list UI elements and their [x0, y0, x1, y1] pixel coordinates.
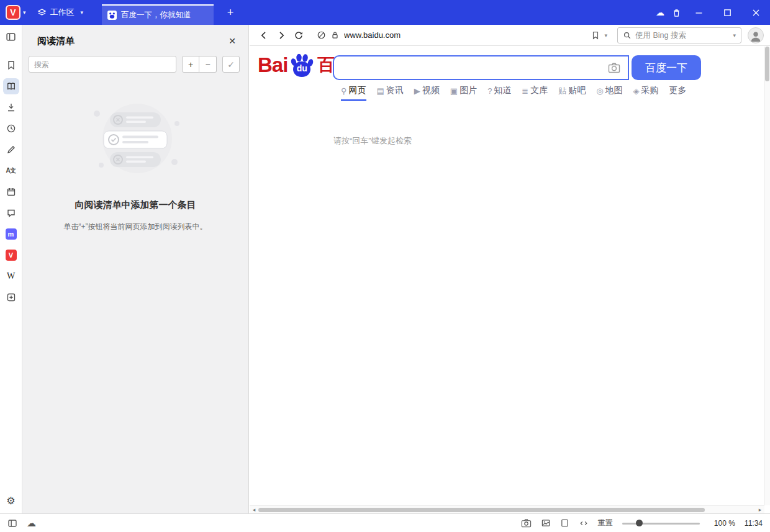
vivaldi-menu-caret-icon[interactable]: ▾ — [23, 9, 26, 16]
reading-list-panel: 阅读清单 ✕ + − ✓ — [22, 25, 249, 513]
zoom-slider-thumb[interactable] — [636, 520, 643, 526]
baidu-nav-label: 资讯 — [386, 85, 404, 96]
baidu-nav-map[interactable]: ◎地图 — [596, 85, 622, 101]
bookmark-caret-icon[interactable]: ▾ — [604, 32, 607, 38]
sidebar-item-notes[interactable] — [3, 142, 19, 158]
sidebar-item-translate[interactable]: A文 — [3, 163, 19, 179]
page-source-button[interactable] — [579, 519, 589, 528]
panel-toggle-button[interactable] — [3, 29, 19, 45]
baidu-nav-label: 视频 — [422, 85, 440, 96]
sidebar-item-wikipedia[interactable]: W — [3, 268, 19, 284]
camera-search-icon[interactable] — [608, 62, 620, 73]
baidu-nav-cart[interactable]: ◈采购 — [633, 85, 659, 101]
sidebar-item-vivaldi[interactable]: V — [3, 247, 19, 263]
baidu-nav-label: 地图 — [605, 85, 623, 96]
search-engine-caret-icon[interactable]: ▾ — [733, 32, 736, 38]
browser-main: ▾ ▾ Bai du 百度 — [250, 25, 770, 513]
zoom-level-label: 100 % — [709, 519, 735, 528]
statusbar-panel-toggle-button[interactable] — [7, 518, 17, 528]
baidu-nav-label: 采购 — [641, 85, 659, 96]
sync-cloud-icon[interactable]: ☁ — [652, 7, 668, 17]
sidebar-item-mastodon[interactable]: m — [3, 226, 19, 242]
forward-button[interactable] — [273, 27, 289, 43]
code-icon — [579, 519, 589, 528]
baidu-nav-image[interactable]: ▣图片 — [450, 85, 477, 101]
workspace-label: 工作区 — [50, 7, 75, 18]
vivaldi-menu-button[interactable]: V — [6, 5, 20, 20]
baidu-nav-tieba[interactable]: 贴贴吧 — [558, 85, 586, 101]
vertical-scrollbar-thumb[interactable] — [765, 47, 769, 81]
vertical-scrollbar[interactable] — [764, 47, 770, 505]
content-blocker-icon[interactable] — [317, 30, 326, 40]
settings-button[interactable]: ⚙ — [3, 492, 19, 508]
sidebar-item-downloads[interactable] — [3, 99, 19, 115]
baidu-nav-video[interactable]: ▶视频 — [414, 85, 440, 101]
sidebar-item-calendar[interactable] — [3, 184, 19, 200]
baidu-search-box[interactable] — [333, 55, 629, 80]
new-tab-button[interactable]: + — [222, 7, 238, 18]
sidebar-item-reading-list[interactable] — [3, 78, 19, 94]
chat-bubble-icon — [6, 208, 16, 218]
news-icon: ▤ — [377, 87, 384, 95]
tab-baidu[interactable]: 百度一下，你就知道 — [102, 4, 214, 25]
translate-icon: A文 — [6, 166, 16, 175]
address-bar[interactable]: ▾ — [312, 27, 612, 43]
baidu-nav-search[interactable]: ⚲网页 — [341, 85, 366, 101]
panel-title: 阅读清单 — [37, 35, 226, 47]
bookmark-flag-icon[interactable] — [591, 31, 600, 40]
reading-list-search-input[interactable] — [29, 56, 176, 73]
page-content: Bai du 百度 百度一下 ⚲网页▤资讯▶视频▣图片?知道≣文库贴贴吧◎地图◈… — [250, 47, 770, 513]
reading-list-remove-button[interactable]: − — [199, 56, 217, 73]
minimize-button[interactable] — [684, 0, 713, 25]
baidu-nav-question[interactable]: ?知道 — [487, 85, 511, 101]
reading-list-add-button[interactable]: + — [182, 56, 199, 73]
baidu-nav-doc[interactable]: ≣文库 — [522, 85, 548, 101]
vivaldi-icon: V — [6, 250, 17, 261]
profile-avatar[interactable] — [748, 27, 764, 43]
titlebar: V ▾ 工作区 ▾ 百度一下，你就知道 + ☁ — [0, 0, 770, 25]
baidu-paw-icon: du — [288, 53, 315, 78]
baidu-nav-label: 贴吧 — [568, 85, 586, 96]
page-actions-button[interactable] — [560, 518, 569, 528]
zoom-reset-button[interactable]: 重置 — [598, 518, 613, 528]
workspace-switcher[interactable]: 工作区 ▾ — [37, 7, 86, 18]
panel-close-button[interactable]: ✕ — [226, 35, 238, 47]
navigation-toolbar: ▾ ▾ — [250, 25, 770, 46]
baidu-nav-more[interactable]: 更多 — [669, 85, 687, 101]
panel-icon-strip: A文 m V W ⚙ — [0, 25, 22, 513]
bookmark-icon — [6, 60, 16, 70]
maximize-button[interactable] — [713, 0, 741, 25]
add-web-panel-button[interactable] — [3, 289, 19, 305]
url-input[interactable] — [344, 30, 587, 40]
baidu-search-input[interactable] — [334, 62, 608, 73]
zoom-slider[interactable] — [622, 519, 700, 528]
download-icon — [6, 102, 16, 112]
sync-status-icon[interactable]: ☁ — [27, 518, 36, 529]
trash-closed-tabs-icon[interactable] — [668, 8, 684, 17]
panel-toggle-icon — [7, 518, 17, 528]
lock-icon[interactable] — [330, 30, 340, 40]
close-button[interactable] — [741, 0, 770, 25]
mastodon-icon: m — [6, 228, 17, 240]
sidebar-item-bookmarks[interactable] — [3, 57, 19, 73]
baidu-search-button[interactable]: 百度一下 — [632, 55, 701, 80]
reading-list-confirm-button[interactable]: ✓ — [222, 56, 240, 73]
panel-button-group: + − — [182, 56, 217, 73]
back-button[interactable] — [256, 27, 272, 43]
capture-camera-icon — [521, 518, 532, 528]
baidu-nav-news[interactable]: ▤资讯 — [377, 85, 404, 101]
baidu-favicon-icon — [107, 11, 117, 20]
baidu-nav: ⚲网页▤资讯▶视频▣图片?知道≣文库贴贴吧◎地图◈采购更多 — [341, 85, 687, 101]
horizontal-scrollbar[interactable]: ◂ ▸ — [250, 505, 764, 513]
status-bar: ☁ 重置 100 % 11:34 — [0, 513, 770, 532]
horizontal-scrollbar-thumb[interactable] — [258, 508, 705, 512]
tieba-icon: 贴 — [558, 87, 566, 95]
sidebar-item-feedback[interactable] — [3, 205, 19, 221]
reload-button[interactable] — [291, 27, 307, 43]
capture-page-button[interactable] — [521, 518, 532, 528]
toggle-images-button[interactable] — [541, 518, 551, 528]
search-input[interactable] — [635, 31, 729, 40]
search-field[interactable]: ▾ — [617, 27, 741, 43]
page-icon — [560, 518, 569, 528]
sidebar-item-history[interactable] — [3, 120, 19, 137]
